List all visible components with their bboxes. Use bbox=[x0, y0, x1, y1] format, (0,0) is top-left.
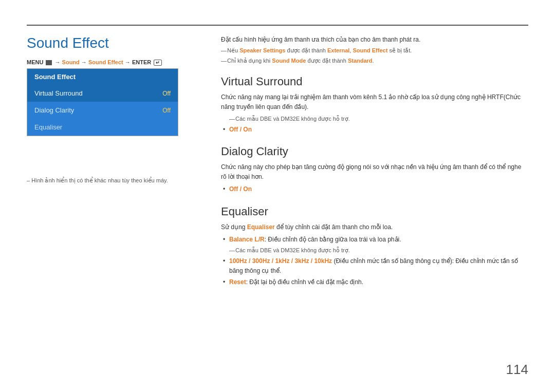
equaliser-bullet-freq: 100Hz / 300Hz / 1kHz / 3kHz / 10kHz (Điề… bbox=[221, 256, 528, 276]
virtual-surround-body: Chức năng này mang lại trải nghiệm âm th… bbox=[221, 92, 528, 112]
panel-box: Sound Effect Virtual Surround Off Dialog… bbox=[27, 68, 178, 136]
panel-header: Sound Effect bbox=[27, 69, 178, 85]
section-title-virtual-surround: Virtual Surround bbox=[221, 75, 528, 88]
equaliser-inline-highlight: Equaliser bbox=[247, 223, 275, 231]
equaliser-bullet-balance: Balance L/R: Điều chỉnh độ cân bằng giữa… bbox=[221, 235, 528, 245]
enter-label: ENTER bbox=[132, 59, 151, 65]
menu-path: MENU ≡ → Sound → Sound Effect → ENTER ↵ bbox=[27, 59, 162, 66]
virtual-surround-label: Virtual Surround bbox=[34, 89, 83, 97]
section-title-dialog-clarity: Dialog Clarity bbox=[221, 145, 528, 158]
page-title: Sound Effect bbox=[27, 35, 109, 51]
dialog-clarity-value: Off bbox=[162, 107, 171, 114]
top-line bbox=[27, 25, 528, 26]
external-highlight: External bbox=[327, 47, 349, 53]
dialog-clarity-body: Chức năng này cho phép bạn tăng cường độ… bbox=[221, 162, 528, 182]
sound-mode-highlight: Sound Mode bbox=[272, 58, 306, 64]
sound-link: Sound bbox=[62, 59, 80, 65]
right-content: Đặt cấu hình hiệu ứng âm thanh ưa thích … bbox=[221, 35, 528, 289]
equaliser-subnote: Các mẫu DBE và DM32E không được hỗ trợ. bbox=[221, 246, 528, 255]
dialog-clarity-bullet: Off / On bbox=[221, 184, 528, 194]
menu-prefix: MENU bbox=[27, 59, 43, 65]
reset-highlight: Reset bbox=[229, 278, 246, 286]
freq-highlight: 100Hz / 300Hz / 1kHz / 3kHz / 10kHz bbox=[229, 257, 332, 265]
left-panel: Sound Effect Virtual Surround Off Dialog… bbox=[27, 68, 178, 136]
panel-item-virtual-surround[interactable]: Virtual Surround Off bbox=[27, 85, 178, 102]
speaker-settings-highlight: Speaker Settings bbox=[239, 47, 285, 53]
section-title-equaliser: Equaliser bbox=[221, 205, 528, 218]
page-number: 114 bbox=[506, 362, 528, 378]
equaliser-label: Equaliser bbox=[34, 123, 62, 131]
equaliser-body: Sử dụng Equaliser để tùy chỉnh cài đặt â… bbox=[221, 222, 528, 232]
panel-item-equaliser[interactable]: Equaliser bbox=[27, 119, 178, 136]
virtual-surround-value: Off bbox=[162, 90, 171, 97]
off-on-highlight-vs: Off / On bbox=[229, 126, 252, 133]
arrow2: → bbox=[81, 59, 88, 65]
note-line-2: Chỉ khả dụng khi Sound Mode được đặt thà… bbox=[221, 57, 528, 65]
arrow3: → bbox=[125, 59, 132, 65]
off-on-highlight-dc: Off / On bbox=[229, 185, 252, 193]
menu-icon: ≡ bbox=[46, 60, 52, 65]
enter-icon: ↵ bbox=[154, 60, 162, 66]
footnote-left: – Hình ảnh hiển thị có thể khác nhau tùy… bbox=[27, 177, 168, 184]
panel-item-dialog-clarity[interactable]: Dialog Clarity Off bbox=[27, 102, 178, 119]
balance-highlight: Balance L/R bbox=[229, 236, 265, 243]
arrow1: → bbox=[55, 59, 62, 65]
virtual-surround-subnote: Các mẫu DBE và DM32E không được hỗ trợ. bbox=[221, 115, 528, 123]
dialog-clarity-label: Dialog Clarity bbox=[34, 106, 74, 114]
equaliser-bullet-reset: Reset: Đặt lại bộ điều chỉnh về cài đặt … bbox=[221, 277, 528, 287]
sound-effect-highlight: Sound Effect bbox=[353, 47, 387, 53]
standard-highlight: Standard bbox=[348, 58, 373, 64]
virtual-surround-bullet: Off / On bbox=[221, 125, 528, 135]
note-line-1: Nếu Speaker Settings được đặt thành Exte… bbox=[221, 46, 528, 55]
intro-text: Đặt cấu hình hiệu ứng âm thanh ưa thích … bbox=[221, 35, 528, 44]
soundeffect-link: Sound Effect bbox=[88, 59, 123, 65]
